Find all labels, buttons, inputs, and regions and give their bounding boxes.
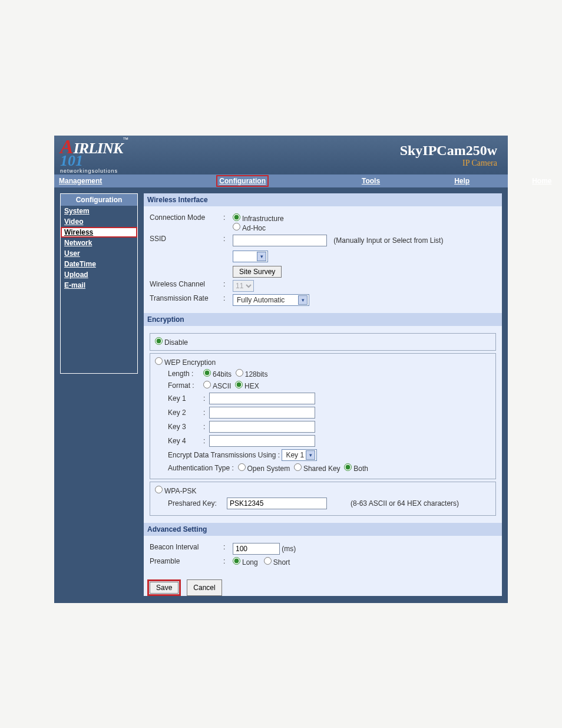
section-wireless-body: Connection Mode : Infrastructure Ad-Hoc …	[144, 206, 502, 313]
input-preshared-key[interactable]	[227, 498, 327, 509]
sidebar-link-upload[interactable]: Upload	[64, 271, 88, 279]
radio-both-label[interactable]: Both	[344, 463, 368, 473]
select-channel[interactable]: 11	[233, 280, 254, 292]
sidebar-link-system[interactable]: System	[64, 207, 90, 215]
text-64bits: 64bits	[213, 370, 232, 378]
sidebar-item-video[interactable]: Video	[61, 216, 137, 227]
radio-hex-label[interactable]: HEX	[235, 381, 259, 390]
radio-infrastructure-label[interactable]: Infrastructure	[233, 215, 284, 223]
sidebar: Configuration System Video Wireless Netw…	[60, 193, 138, 596]
input-key2[interactable]	[209, 407, 315, 419]
sidebar-link-video[interactable]: Video	[64, 218, 83, 226]
input-key3[interactable]	[209, 421, 315, 433]
section-encryption-body: Disable WEP Encryption Length : 64bits 1…	[144, 326, 502, 523]
radio-128bits[interactable]	[236, 369, 243, 377]
sidebar-item-upload[interactable]: Upload	[61, 269, 137, 280]
input-key4[interactable]	[209, 435, 315, 447]
text-ascii: ASCII	[213, 382, 231, 390]
sidebar-item-datetime[interactable]: DateTime	[61, 259, 137, 269]
chevron-down-icon: ▾	[257, 252, 266, 261]
section-wireless-head: Wireless Interface	[144, 193, 502, 206]
section-advanced-body: Beacon Interval : (ms) Preamble : Long S…	[144, 536, 502, 574]
radio-hex[interactable]	[235, 381, 243, 388]
radio-ascii-label[interactable]: ASCII	[203, 381, 231, 390]
sidebar-link-datetime[interactable]: DateTime	[64, 260, 96, 268]
sidebar-item-user[interactable]: User	[61, 248, 137, 259]
select-encrypt-key[interactable]: Key 1 ▾	[282, 449, 317, 461]
button-site-survey[interactable]: Site Survey	[233, 266, 282, 278]
radio-adhoc[interactable]	[233, 223, 240, 230]
radio-ascii[interactable]	[203, 381, 211, 388]
chevron-down-icon: ▾	[298, 295, 308, 305]
radio-wep[interactable]	[155, 357, 163, 365]
radio-short[interactable]	[264, 557, 272, 565]
label-preshared-key: Preshared Key:	[168, 499, 227, 508]
radio-disable-label[interactable]: Disable	[155, 338, 188, 347]
input-ssid[interactable]	[233, 235, 327, 246]
radio-64bits-label[interactable]: 64bits	[203, 369, 232, 378]
nav-tools[interactable]: Tools	[357, 175, 385, 187]
label-rate: Transmission Rate	[150, 294, 223, 302]
sidebar-link-user[interactable]: User	[64, 249, 80, 258]
unit-ms: (ms)	[282, 545, 296, 553]
nav-configuration[interactable]: Configuration	[216, 175, 269, 187]
radio-wpa-label[interactable]: WPA-PSK	[155, 487, 196, 495]
select-transmission-rate[interactable]: Fully Automatic ▾	[233, 294, 309, 306]
radio-long-label[interactable]: Long	[233, 558, 258, 566]
cancel-button[interactable]: Cancel	[187, 579, 222, 596]
box-wpa: WPA-PSK Preshared Key: (8-63 ASCII or 64…	[150, 482, 496, 516]
nav-home[interactable]: Home	[527, 175, 556, 187]
nav-help[interactable]: Help	[449, 175, 474, 187]
product-title: SkyIPCam250w IP Camera	[400, 143, 497, 168]
radio-shared-label[interactable]: Shared Key	[294, 463, 340, 473]
rate-value: Fully Automatic	[237, 296, 285, 304]
label-beacon: Beacon Interval	[150, 543, 223, 551]
input-key1[interactable]	[209, 393, 315, 404]
box-disable: Disable	[150, 333, 496, 351]
input-beacon-interval[interactable]	[233, 543, 280, 555]
product-name: SkyIPCam250w	[400, 143, 497, 159]
save-button[interactable]: Save	[150, 582, 178, 594]
radio-infrastructure[interactable]	[233, 213, 240, 221]
label-length: Length :	[168, 370, 203, 378]
radio-open-system[interactable]	[238, 463, 246, 471]
radio-long[interactable]	[233, 557, 240, 565]
save-highlight: Save	[147, 579, 181, 596]
sidebar-link-wireless[interactable]: Wireless	[64, 228, 93, 236]
radio-shared-key[interactable]	[294, 463, 302, 471]
section-advanced-head: Advanced Setting	[144, 523, 502, 536]
label-auth-type: Authentication Type :	[168, 464, 234, 472]
radio-both[interactable]	[344, 463, 352, 471]
encrypt-key-value: Key 1	[286, 451, 304, 459]
radio-adhoc-label[interactable]: Ad-Hoc	[233, 224, 266, 232]
text-hex: HEX	[244, 382, 259, 390]
radio-wpa-psk[interactable]	[155, 486, 163, 493]
radio-open-label[interactable]: Open System	[238, 463, 290, 473]
radio-128bits-label[interactable]: 128bits	[236, 369, 268, 378]
radio-disable[interactable]	[155, 337, 163, 345]
sidebar-item-network[interactable]: Network	[61, 238, 137, 248]
sidebar-item-system[interactable]: System	[61, 206, 137, 216]
nav-management[interactable]: Management	[54, 175, 107, 187]
text-shared: Shared Key	[303, 465, 340, 473]
label-key4: Key 4	[168, 437, 203, 445]
main: Configuration System Video Wireless Netw…	[54, 187, 508, 603]
text-infrastructure: Infrastructure	[242, 215, 284, 223]
label-key2: Key 2	[168, 409, 203, 417]
sidebar-link-email[interactable]: E-mail	[64, 281, 85, 289]
logo-tagline: networkingsolutions	[60, 169, 128, 174]
text-wep: WEP Encryption	[164, 358, 216, 367]
sidebar-item-email[interactable]: E-mail	[61, 280, 137, 291]
text-disable: Disable	[164, 338, 188, 347]
logo-tm: ™	[123, 136, 128, 143]
sidebar-link-network[interactable]: Network	[64, 239, 92, 247]
radio-64bits[interactable]	[203, 369, 211, 377]
topnav: Management Configuration Tools Help Home	[54, 174, 508, 187]
app-window: AIRLINK™ 101 networkingsolutions SkyIPCa…	[54, 136, 508, 603]
sidebar-item-wireless[interactable]: Wireless	[61, 227, 137, 238]
radio-wep-label[interactable]: WEP Encryption	[155, 358, 216, 367]
radio-short-label[interactable]: Short	[264, 558, 290, 566]
select-ssid-list[interactable]: ▾	[233, 251, 268, 262]
hint-ssid: (Manually Input or Select from List)	[333, 236, 443, 245]
label-ssid: SSID	[150, 235, 223, 243]
